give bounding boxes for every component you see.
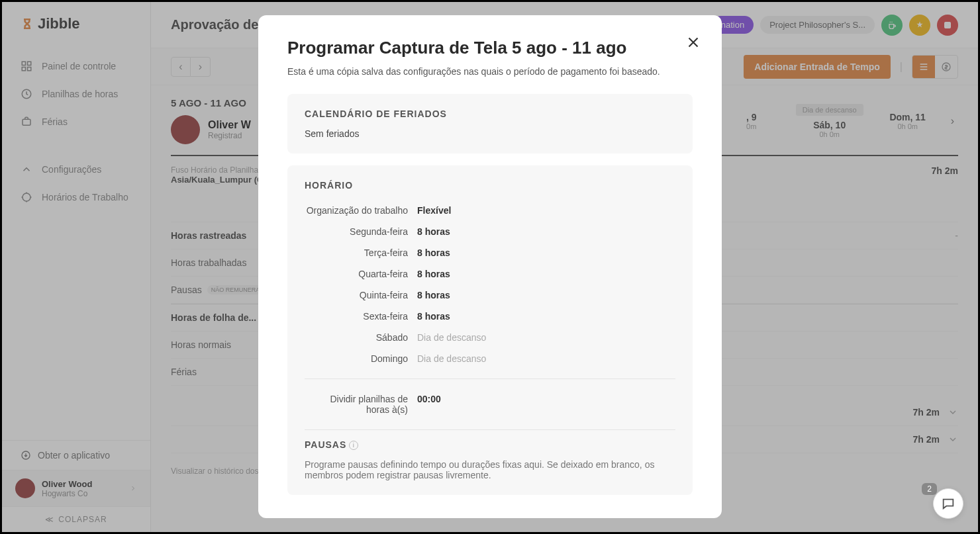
- schedule-day-label: Quarta-feira: [305, 269, 417, 279]
- modal-subtitle: Esta é uma cópia salva das configurações…: [287, 66, 693, 77]
- schedule-row: DomingoDia de descanso: [305, 348, 675, 369]
- holiday-title: CALENDÁRIO DE FERIADOS: [305, 109, 675, 119]
- breaks-title: PAUSASi: [305, 439, 675, 450]
- schedule-row: Terça-feira8 horas: [305, 242, 675, 263]
- schedule-day-value: 8 horas: [417, 247, 450, 258]
- schedule-day-label: Quinta-feira: [305, 290, 417, 300]
- breaks-body: Programe pausas definindo tempo ou duraç…: [305, 459, 675, 480]
- schedule-day-value: 8 horas: [417, 269, 450, 279]
- schedule-row: Quarta-feira8 horas: [305, 263, 675, 285]
- schedule-card: HORÁRIO Organização do trabalhoFlexívelS…: [287, 165, 693, 495]
- modal-title: Programar Captura de Tela 5 ago - 11 ago: [287, 38, 693, 58]
- schedule-day-label: Segunda-feira: [305, 226, 417, 237]
- schedule-day-value: 8 horas: [417, 290, 450, 300]
- chat-widget[interactable]: [933, 488, 963, 519]
- info-icon[interactable]: i: [349, 441, 358, 450]
- modal-overlay[interactable]: Programar Captura de Tela 5 ago - 11 ago…: [2, 2, 978, 532]
- schedule-day-label: Domingo: [305, 353, 417, 364]
- divider: [305, 429, 675, 430]
- split-row: Dividir planilhas de horas à(s) 00:00: [305, 388, 675, 420]
- split-value: 00:00: [417, 394, 441, 404]
- schedule-day-value: Dia de descanso: [417, 332, 486, 343]
- schedule-row: Organização do trabalhoFlexível: [305, 200, 675, 221]
- schedule-day-label: Sexta-feira: [305, 311, 417, 322]
- schedule-day-value: 8 horas: [417, 311, 450, 322]
- schedule-day-value: Flexível: [417, 205, 451, 216]
- schedule-title: HORÁRIO: [305, 180, 675, 191]
- divider: [305, 378, 675, 379]
- schedule-row: Quinta-feira8 horas: [305, 285, 675, 306]
- schedule-day-value: Dia de descanso: [417, 353, 486, 364]
- split-label: Dividir planilhas de horas à(s): [305, 394, 417, 415]
- schedule-day-label: Terça-feira: [305, 247, 417, 258]
- schedule-day-label: Organização do trabalho: [305, 205, 417, 216]
- chat-icon: [941, 496, 956, 511]
- holiday-card: CALENDÁRIO DE FERIADOS Sem feriados: [287, 94, 693, 154]
- schedule-row: SábadoDia de descanso: [305, 327, 675, 348]
- holiday-body: Sem feriados: [305, 128, 675, 139]
- schedule-row: Segunda-feira8 horas: [305, 221, 675, 242]
- schedule-snapshot-modal: Programar Captura de Tela 5 ago - 11 ago…: [258, 15, 722, 518]
- schedule-day-value: 8 horas: [417, 226, 450, 237]
- close-icon[interactable]: [685, 34, 702, 51]
- chat-badge: 2: [922, 483, 937, 495]
- schedule-day-label: Sábado: [305, 332, 417, 343]
- schedule-row: Sexta-feira8 horas: [305, 306, 675, 327]
